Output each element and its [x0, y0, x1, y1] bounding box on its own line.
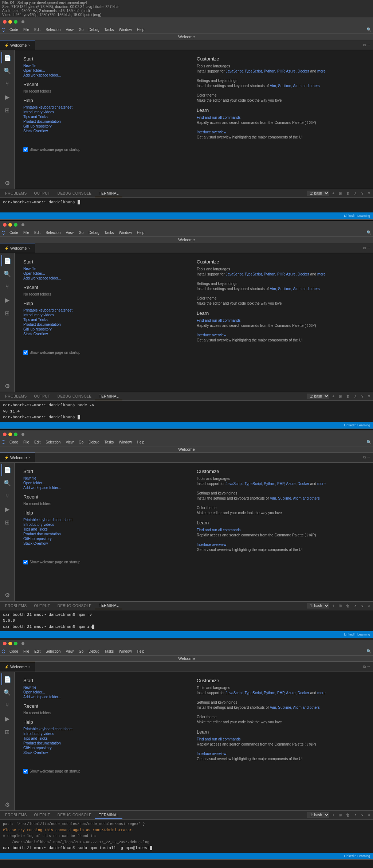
more-actions-icon-4[interactable]: ··· [367, 665, 370, 669]
intro-videos-1[interactable]: Introductory videos [23, 110, 191, 114]
tips-tricks-4[interactable]: Tips and Tricks [23, 736, 191, 740]
stack-overflow-4[interactable]: Stack Overflow [23, 751, 191, 755]
stack-overflow-3[interactable]: Stack Overflow [23, 541, 191, 546]
expand-btn-1[interactable]: ∨ [360, 191, 365, 196]
git-icon-2[interactable]: ⑂ [1, 281, 13, 293]
menu-view-1[interactable]: View [63, 27, 76, 32]
debug-activity-icon-3[interactable]: ▶ [1, 504, 13, 515]
explorer-icon-3[interactable]: 📄 [1, 464, 13, 476]
search-icon-1[interactable]: 🔍 [366, 27, 372, 32]
menu-go-1[interactable]: Go [76, 27, 86, 32]
debug-activity-icon-2[interactable]: ▶ [1, 294, 13, 306]
git-icon-4[interactable]: ⑂ [1, 700, 13, 711]
menu-help-3[interactable]: Help [135, 439, 147, 445]
close-panel-btn-2[interactable]: × [366, 394, 372, 399]
open-folder-link-4[interactable]: Open folder... [23, 690, 191, 694]
menu-view-3[interactable]: View [63, 439, 76, 445]
output-tab-1[interactable]: OUTPUT [31, 190, 54, 197]
menu-go-2[interactable]: Go [76, 230, 86, 235]
terminal-content-1[interactable]: car-booth-21-mac:~ danielkhan$ [0, 198, 373, 212]
git-icon-3[interactable]: ⑂ [1, 490, 13, 502]
terminal-content-4[interactable]: path: '/usr/local/lib/node_modules/npm/n… [0, 820, 373, 853]
open-folder-link-2[interactable]: Open folder... [23, 271, 191, 275]
menu-code-2[interactable]: Code [7, 230, 20, 235]
menu-go-3[interactable]: Go [76, 439, 86, 445]
tab-welcome-2[interactable]: ⚡ Welcome × [0, 243, 35, 253]
maximize-button-3[interactable] [14, 433, 17, 436]
product-docs-1[interactable]: Product documentation [23, 120, 191, 124]
tab-close-btn-1[interactable]: × [28, 43, 31, 47]
expand-btn-4[interactable]: ∨ [360, 812, 365, 818]
terminal-content-3[interactable]: car-booth-21-mac:~ danielkhan$ npm -v 5.… [0, 610, 373, 632]
problems-tab-2[interactable]: PROBLEMS [1, 393, 31, 400]
expand-btn-3[interactable]: ∨ [360, 603, 365, 609]
menu-file-3[interactable]: File [21, 439, 31, 445]
new-file-link-4[interactable]: New file [23, 685, 191, 689]
split-terminal-btn-4[interactable]: ⊞ [337, 812, 343, 818]
tab-welcome-1[interactable]: ⚡ Welcome × [0, 40, 35, 50]
split-terminal-btn-1[interactable]: ⊞ [337, 191, 343, 196]
intro-videos-2[interactable]: Introductory videos [23, 313, 191, 317]
menu-edit-4[interactable]: Edit [32, 649, 43, 654]
menu-code-1[interactable]: Code [7, 27, 20, 32]
tips-tricks-2[interactable]: Tips and Tricks [23, 318, 191, 322]
add-workspace-link-4[interactable]: Add workspace folder... [23, 695, 191, 699]
more-actions-icon-1[interactable]: ··· [367, 43, 370, 47]
terminal-tab-3[interactable]: TERMINAL [95, 602, 122, 609]
startup-checkbox-input-3[interactable] [23, 560, 28, 564]
open-folder-link-1[interactable]: Open folder... [23, 69, 191, 73]
debug-console-tab-4[interactable]: DEBUG CONSOLE [54, 812, 95, 818]
explorer-icon-1[interactable]: 📄 [1, 52, 13, 63]
output-tab-2[interactable]: OUTPUT [31, 393, 54, 400]
close-button-1[interactable] [3, 20, 7, 24]
terminal-tab-4[interactable]: TERMINAL [95, 812, 122, 819]
menu-tasks-4[interactable]: Tasks [102, 649, 116, 654]
keyboard-cheatsheet-3[interactable]: Printable keyboard cheatsheet [23, 518, 191, 522]
split-editor-icon-4[interactable]: ⧉ [363, 665, 366, 669]
output-tab-4[interactable]: OUTPUT [31, 812, 54, 818]
menu-selection-3[interactable]: Selection [43, 439, 63, 445]
product-docs-3[interactable]: Product documentation [23, 532, 191, 536]
add-workspace-link-1[interactable]: Add workspace folder... [23, 73, 191, 77]
collapse-btn-3[interactable]: ∧ [353, 603, 358, 609]
more-actions-icon-2[interactable]: ··· [367, 246, 370, 250]
menu-help-4[interactable]: Help [135, 649, 147, 654]
close-panel-btn-1[interactable]: × [366, 191, 372, 196]
new-file-link-1[interactable]: New file [23, 64, 191, 68]
keyboard-cheatsheet-1[interactable]: Printable keyboard cheatsheet [23, 105, 191, 109]
open-folder-link-3[interactable]: Open folder... [23, 481, 191, 485]
search-activity-icon-4[interactable]: 🔍 [1, 687, 13, 698]
split-editor-icon-3[interactable]: ⧉ [363, 455, 366, 460]
minimize-button-1[interactable] [8, 20, 12, 24]
startup-checkbox-input-1[interactable] [23, 147, 28, 152]
product-docs-4[interactable]: Product documentation [23, 741, 191, 745]
intro-videos-3[interactable]: Introductory videos [23, 523, 191, 527]
stack-overflow-2[interactable]: Stack Overflow [23, 332, 191, 336]
collapse-btn-1[interactable]: ∧ [353, 191, 358, 196]
terminal-select-2[interactable]: 1: bash [307, 394, 329, 399]
maximize-button-4[interactable] [14, 642, 17, 645]
startup-checkbox-input-4[interactable] [23, 769, 28, 774]
tab-welcome-3[interactable]: ⚡ Welcome × [0, 453, 35, 462]
menu-help-2[interactable]: Help [135, 230, 147, 235]
new-terminal-btn-2[interactable]: + [331, 394, 336, 399]
trash-terminal-btn-3[interactable]: 🗑 [345, 603, 351, 609]
github-repo-1[interactable]: GitHub repository [23, 124, 191, 128]
settings-activity-icon-1[interactable]: ⚙ [1, 177, 13, 189]
github-repo-4[interactable]: GitHub repository [23, 746, 191, 750]
menu-code-3[interactable]: Code [7, 439, 20, 445]
menu-window-3[interactable]: Window [117, 439, 134, 445]
minimize-button-2[interactable] [8, 223, 12, 227]
git-icon-1[interactable]: ⑂ [1, 78, 13, 90]
close-panel-btn-3[interactable]: × [366, 603, 372, 609]
stack-overflow-1[interactable]: Stack Overflow [23, 129, 191, 133]
extensions-icon-3[interactable]: ⊞ [1, 517, 13, 528]
extensions-icon-4[interactable]: ⊞ [1, 726, 13, 738]
tab-close-btn-2[interactable]: × [28, 246, 31, 250]
menu-go-4[interactable]: Go [76, 649, 86, 654]
intro-videos-4[interactable]: Introductory videos [23, 732, 191, 736]
split-editor-icon-2[interactable]: ⧉ [363, 246, 366, 250]
terminal-select-1[interactable]: 1: bash [307, 191, 329, 196]
search-activity-icon-1[interactable]: 🔍 [1, 65, 13, 77]
trash-terminal-btn-2[interactable]: 🗑 [345, 394, 351, 399]
